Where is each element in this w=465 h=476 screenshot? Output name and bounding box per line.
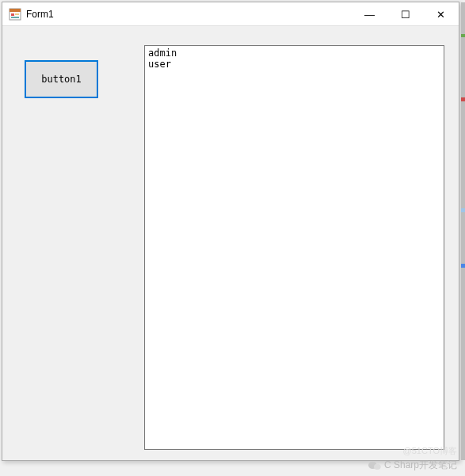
app-icon [9, 8, 21, 21]
svg-rect-4 [11, 17, 19, 18]
window-frame: Form1 — ☐ ✕ button1 admin user [2, 2, 459, 461]
svg-rect-2 [11, 13, 14, 16]
textbox[interactable]: admin user [144, 45, 444, 450]
watermark: C Sharp开发笔记 [368, 459, 457, 472]
watermark-text: C Sharp开发笔记 [384, 459, 457, 472]
window-title: Form1 [26, 9, 352, 20]
svg-point-6 [374, 463, 381, 469]
edge-decoration [461, 2, 465, 460]
window-controls: — ☐ ✕ [352, 2, 459, 25]
button1-label: button1 [41, 74, 82, 85]
svg-rect-1 [10, 9, 21, 12]
minimize-button[interactable]: — [352, 2, 387, 26]
titlebar[interactable]: Form1 — ☐ ✕ [2, 2, 459, 26]
client-area: button1 admin user [2, 26, 459, 460]
watermark-sub: @51CTO博客 [403, 445, 457, 457]
close-button[interactable]: ✕ [423, 2, 459, 26]
svg-rect-3 [15, 13, 19, 15]
maximize-button[interactable]: ☐ [387, 2, 423, 26]
wechat-icon [368, 460, 381, 471]
button1[interactable]: button1 [25, 60, 98, 98]
